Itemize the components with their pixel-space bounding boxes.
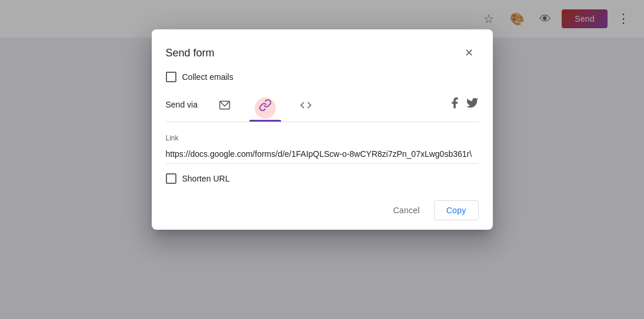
close-dialog-button[interactable]: ✕ <box>460 43 479 62</box>
collect-emails-checkbox[interactable] <box>166 72 176 82</box>
link-icon <box>259 99 272 115</box>
shorten-url-label: Shorten URL <box>182 174 230 183</box>
send-form-dialog: Send form ✕ Collect emails Send via <box>152 29 493 230</box>
social-icons <box>448 96 479 119</box>
collect-emails-label: Collect emails <box>182 72 233 82</box>
link-section: Link <box>166 134 479 164</box>
link-input[interactable] <box>166 147 479 164</box>
send-via-label: Send via <box>166 100 198 116</box>
send-tab-embed[interactable] <box>291 95 321 121</box>
dialog-header: Send form ✕ <box>166 43 479 62</box>
shorten-url-checkbox[interactable] <box>166 173 176 184</box>
email-icon <box>219 99 231 114</box>
dialog-actions: Cancel Copy <box>166 196 479 220</box>
send-tab-link[interactable] <box>249 94 281 122</box>
send-tab-email[interactable] <box>209 95 240 121</box>
collect-emails-row: Collect emails <box>166 72 479 82</box>
copy-button[interactable]: Copy <box>434 200 479 220</box>
link-heading: Link <box>166 134 479 142</box>
dialog-title: Send form <box>166 47 215 59</box>
shorten-url-row: Shorten URL <box>166 173 479 184</box>
twitter-share-icon[interactable] <box>466 96 479 112</box>
send-via-row: Send via <box>166 94 479 122</box>
embed-icon <box>300 99 312 114</box>
cancel-button[interactable]: Cancel <box>383 200 429 220</box>
close-icon: ✕ <box>465 46 473 59</box>
facebook-share-icon[interactable] <box>448 96 461 112</box>
